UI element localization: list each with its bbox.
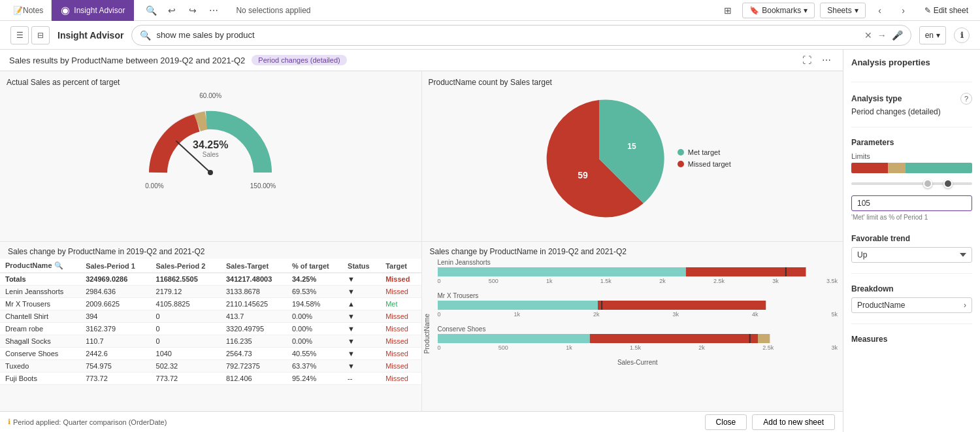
svg-rect-6	[598, 301, 766, 310]
right-panel-toggle[interactable]: ⊟	[31, 26, 50, 44]
cell-status: Met	[380, 298, 421, 310]
bar-svg-3	[438, 334, 838, 343]
bar-chart-inner: Lenin Jeansshorts	[433, 259, 843, 408]
breakdown-value: ProductName	[857, 301, 905, 310]
cell-pct: 69.53%	[287, 286, 342, 298]
cell-name: Shagall Socks	[0, 335, 80, 348]
col-target-label: Target	[380, 259, 421, 273]
limits-thumb-right[interactable]	[943, 179, 953, 188]
cell-arrow: ▼	[342, 273, 380, 286]
cell-p1: 754.975	[80, 360, 150, 373]
left-panel: Sales results by ProductName between 201…	[0, 50, 843, 432]
search-col-icon[interactable]: 🔍	[54, 261, 63, 269]
grid-btn[interactable]: ⊞	[719, 1, 737, 20]
met-target-label: Met target	[688, 148, 721, 156]
col-period2: Sales-Period 2	[151, 259, 221, 273]
search-input[interactable]	[156, 30, 858, 40]
breakdown-label: Breakdown	[851, 284, 972, 293]
cell-name: Tuxedo	[0, 360, 80, 373]
cell-tgt: 3320.49795	[221, 323, 287, 335]
bar-label-2: Mr X Trousers	[438, 292, 838, 299]
cell-tgt: 116.235	[221, 335, 287, 348]
prev-sheet-btn[interactable]: ‹	[871, 1, 889, 20]
cell-p1: 2009.6625	[80, 298, 150, 310]
right-bar-chart-container: Sales change by ProductName in 2019-Q2 a…	[422, 242, 843, 411]
y-axis-label: ProductName	[423, 314, 431, 354]
cell-pct: 0.00%	[287, 335, 342, 348]
divider-1	[851, 82, 972, 82]
cell-status: Missed	[380, 348, 421, 360]
bookmarks-label: Bookmarks	[762, 6, 801, 15]
missed-target-label: Missed target	[688, 160, 731, 168]
bar-group-3: Conserve Shoes 05001k1.5k2k2.	[433, 325, 843, 351]
redo-btn[interactable]: ↪	[184, 1, 202, 20]
cell-p2: 116862.5505	[151, 273, 221, 286]
cell-pct: 40.55%	[287, 348, 342, 360]
cell-p2: 1040	[151, 348, 221, 360]
expand-btn[interactable]: ⛶	[800, 54, 814, 67]
limits-input[interactable]	[851, 195, 972, 211]
result-title: Sales results by ProductName between 201…	[9, 56, 245, 65]
cell-arrow: ▼	[342, 360, 380, 373]
left-panel-toggle[interactable]: ☰	[10, 26, 29, 44]
cell-p1: 394	[80, 310, 150, 323]
more-toolbar-btn[interactable]: ⋯	[204, 1, 223, 20]
cell-p1: 773.72	[80, 373, 150, 385]
breakdown-row[interactable]: ProductName ›	[851, 297, 972, 313]
period-badge[interactable]: Period changes (detailed)	[252, 55, 346, 65]
next-sheet-btn[interactable]: ›	[894, 1, 913, 20]
divider-4	[851, 324, 972, 324]
sheets-btn[interactable]: Sheets ▾	[820, 3, 865, 18]
sheets-chevron: ▾	[855, 6, 858, 15]
bar-axis-2: 01k2k3k4k5k	[438, 311, 838, 318]
breakdown-arrow-icon: ›	[964, 301, 966, 310]
bookmark-icon: 🔖	[749, 6, 759, 15]
cell-status: Missed	[380, 360, 421, 373]
met-dot	[678, 149, 684, 156]
panel-toggles: ☰ ⊟	[10, 26, 50, 44]
table-row: Dream robe 3162.379 0 3320.49795 0.00% ▼…	[0, 323, 421, 335]
search-toolbar-btn[interactable]: 🔍	[142, 1, 160, 20]
cell-status: Missed	[380, 335, 421, 348]
bar-visual-2	[438, 301, 838, 310]
bookmarks-btn[interactable]: 🔖 Bookmarks ▾	[742, 3, 815, 18]
favorable-trend-select[interactable]: Up Down	[851, 247, 972, 263]
mic-btn[interactable]: 🎤	[892, 30, 903, 41]
limits-desc: 'Met' limit as % of Period 1	[851, 214, 972, 221]
help-btn[interactable]: ?	[960, 93, 972, 105]
analysis-type-label: Analysis type	[851, 94, 902, 103]
cell-p2: 4105.8825	[151, 298, 221, 310]
analysis-type-section: Analysis type ? Period changes (detailed…	[851, 93, 972, 116]
y-axis-wrapper: ProductName	[422, 259, 433, 408]
add-to-sheet-button[interactable]: Add to new sheet	[752, 414, 835, 430]
limits-track	[851, 182, 972, 185]
lang-selector[interactable]: en ▾	[919, 26, 946, 44]
clear-search-btn[interactable]: ✕	[864, 30, 872, 41]
bottom-bar: ℹ Period applied: Quarter comparison (Or…	[0, 411, 843, 432]
limits-thumb-left[interactable]	[923, 179, 932, 188]
favorable-trend-section: Favorable trend Up Down	[851, 234, 972, 263]
no-selections-text: No selections applied	[236, 6, 310, 15]
pie-chart-container: ProductName count by Sales target 59 15	[422, 71, 843, 241]
selection-area: No selections applied	[228, 6, 711, 15]
legend-met: Met target	[678, 148, 731, 156]
limits-bar-red	[851, 163, 888, 173]
bar-label-1: Lenin Jeansshorts	[438, 259, 838, 266]
more-options-btn[interactable]: ⋯	[819, 54, 834, 67]
favorable-trend-label: Favorable trend	[851, 234, 972, 243]
submit-search-btn[interactable]: →	[877, 30, 887, 41]
table-row: Fuji Boots 773.72 773.72 812.406 95.24% …	[0, 373, 421, 385]
edit-sheet-btn[interactable]: ✎ Edit sheet	[918, 3, 975, 18]
undo-btn[interactable]: ↩	[163, 1, 181, 20]
close-button[interactable]: Close	[705, 414, 747, 430]
parameters-section: Parameters Limits 'Met' limit as % of Pe…	[851, 138, 972, 226]
tab-notes[interactable]: 📝 Notes	[5, 0, 52, 21]
pie-chart-title: ProductName count by Sales target	[429, 78, 837, 87]
right-bar-chart-title: Sales change by ProductName in 2019-Q2 a…	[422, 242, 843, 259]
cell-pct: 63.37%	[287, 360, 342, 373]
bar-chart-wrapper: ProductName Lenin Jeansshorts	[422, 259, 843, 408]
info-btn[interactable]: ℹ	[954, 27, 970, 43]
cell-tgt: 2110.145625	[221, 298, 287, 310]
tab-insight[interactable]: ◉ Insight Advisor	[52, 0, 134, 21]
second-bar: ☰ ⊟ Insight Advisor 🔍 ✕ → 🎤 en ▾ ℹ	[0, 21, 980, 50]
